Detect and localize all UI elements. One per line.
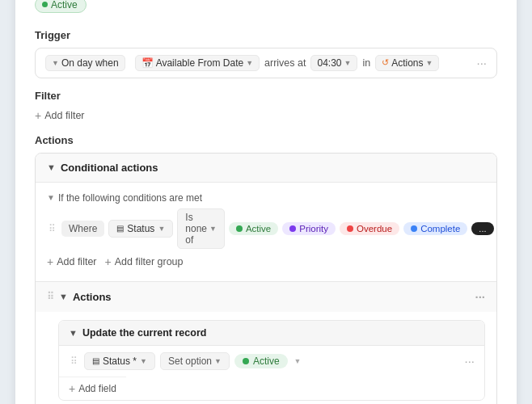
field-status-label: Status * [103,356,137,367]
complete-dot [411,225,417,232]
on-day-when-pill[interactable]: ▼ On day when [45,55,125,71]
tag-more[interactable]: ... [471,222,493,235]
field-drag-handle[interactable]: ⠿ [69,356,79,367]
actions-icon: ↺ [382,57,389,68]
tag-active: Active [229,222,278,235]
actions-card: ▼ Conditional actions ▼ If the following… [35,153,497,404]
active-value-pill[interactable]: Active [234,354,288,368]
active-value-dot [243,358,249,364]
actions-pill[interactable]: ↺ Actions ▼ [375,55,439,71]
main-container: Available From Date Active Trigger ▼ On … [15,0,517,404]
time-value: 04:30 [317,57,341,69]
field-pill[interactable]: 📅 Available From Date ▼ [135,55,260,71]
tag-priority: Priority [282,222,336,235]
add-condition-filter-link[interactable]: + Add filter [47,255,97,268]
conditional-actions-header[interactable]: ▼ Conditional actions [36,154,496,183]
where-pill: Where [61,221,104,237]
add-field-link[interactable]: + Add field [59,377,126,400]
field-status-icon: ▤ [92,356,99,365]
filter-links: + Add filter + Add filter group [47,255,485,268]
overdue-dot [347,225,353,232]
status-chevron-icon: ▼ [158,225,165,233]
inner-drag-handle[interactable]: ⠿ [47,291,54,302]
active-dot [236,225,243,232]
chevron-down-icon: ▼ [52,59,59,67]
plus-icon4: + [69,382,75,395]
conditional-header-label: Conditional actions [61,162,158,174]
conditions-row: ⠿ Where ▤ Status ▼ Is none of ▼ Active [47,208,485,249]
chevron-down-icon3: ▼ [344,59,352,67]
calendar-icon: 📅 [141,57,154,69]
add-filter-group-link[interactable]: + Add filter group [105,255,184,268]
chevron-down-icon2: ▼ [246,59,253,67]
in-label: in [362,57,370,69]
update-record-label: Update the current record [82,327,207,339]
tag-overdue: Overdue [340,222,399,235]
field-label: Available From Date [156,57,244,69]
actions-label: Actions [35,134,497,146]
conditions-body: ▼ If the following conditions are met ⠿ … [36,183,496,275]
trigger-row: ▼ On day when 📅 Available From Date ▼ ar… [35,48,497,78]
status-pill[interactable]: ▤ Status ▼ [108,220,173,238]
on-day-when-label: On day when [61,57,119,69]
add-filter-group-text: Add filter group [115,256,184,267]
chevron-down-icon5: ▼ [47,162,56,172]
set-option-label: Set option [168,356,212,367]
if-conditions-text: If the following conditions are met [58,192,202,204]
update-record-block: ▼ Update the current record ⠿ ▤ Status *… [58,320,485,401]
actions-label: Actions [391,57,423,69]
drag-handle[interactable]: ⠿ [47,223,57,234]
add-filter-link[interactable]: + Add filter [35,109,85,122]
active-value-chevron: ▼ [294,357,302,365]
complete-label: Complete [420,224,460,234]
field-status-chevron: ▼ [140,357,147,365]
plus-icon: + [35,109,41,122]
arrives-at-text: arrives at [264,57,306,69]
is-none-pill[interactable]: Is none of ▼ [177,208,225,249]
if-conditions-label: ▼ If the following conditions are met [47,192,485,204]
active-value-label: Active [253,356,280,367]
field-row: ⠿ ▤ Status * ▼ Set option ▼ Active [59,346,484,377]
field-status-pill[interactable]: ▤ Status * ▼ [84,352,155,370]
trigger-label: Trigger [35,29,497,41]
actions-section: Actions ▼ Conditional actions ▼ If the f… [35,134,497,404]
plus-icon3: + [105,255,112,268]
add-filter-text2: Add filter [57,256,96,267]
inner-actions-block: ⠿ ▼ Actions ··· ▼ Update the current rec… [36,281,496,401]
field-row-more-button[interactable]: ··· [464,354,475,368]
is-none-label: Is none of [185,212,207,246]
status-badge: Active [35,0,87,13]
filter-label: Filter [35,90,497,102]
status-field-icon: ▤ [116,224,124,233]
inner-actions-header[interactable]: ⠿ ▼ Actions ··· [36,282,496,312]
time-pill[interactable]: 04:30 ▼ [310,55,357,71]
inner-actions-more-button[interactable]: ··· [475,290,485,304]
inner-actions-label: Actions [73,291,112,303]
set-option-chevron: ▼ [214,357,222,365]
sub-chevron-icon: ▼ [47,193,55,202]
update-record-header[interactable]: ▼ Update the current record [59,321,484,346]
update-chevron-icon: ▼ [69,328,78,338]
isnone-chevron-icon: ▼ [209,225,217,233]
priority-label: Priority [299,224,328,234]
tag-complete: Complete [403,222,467,235]
set-option-pill[interactable]: Set option ▼ [160,352,230,370]
add-field-text: Add field [78,383,116,394]
status-field-label: Status [127,223,154,234]
badge-dot [42,2,48,7]
filter-section: Filter + Add filter [35,90,497,123]
plus-icon2: + [47,255,53,268]
inner-chevron-icon: ▼ [59,292,68,301]
priority-dot [289,225,296,232]
overdue-label: Overdue [357,224,392,234]
trigger-more-button[interactable]: ··· [476,56,487,69]
add-filter-text: Add filter [44,110,84,121]
active-label: Active [246,224,271,234]
chevron-down-icon4: ▼ [426,59,433,67]
badge-label: Active [51,0,78,11]
